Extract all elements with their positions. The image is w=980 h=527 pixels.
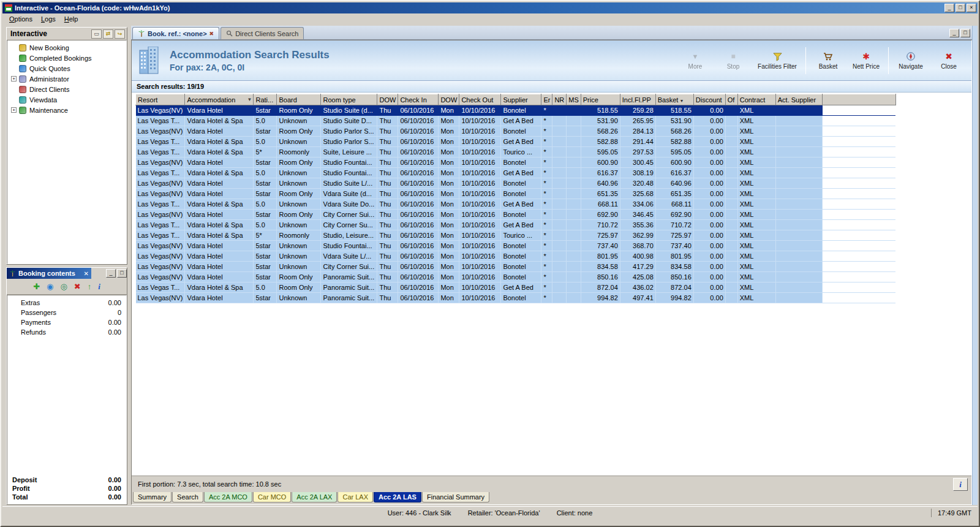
mdi-minimize-button[interactable]: _: [949, 29, 959, 37]
close-button[interactable]: ✖Close: [931, 49, 967, 72]
table-row[interactable]: Las Vegas T...Vdara Hotel & Spa5.0Room O…: [136, 282, 896, 293]
bottom-tab-search[interactable]: Search: [172, 492, 203, 502]
minimize-button[interactable]: _: [944, 4, 954, 12]
menu-logs[interactable]: Logs: [37, 14, 60, 24]
sidebar-item-quick-quotes[interactable]: Quick Quotes: [7, 63, 126, 74]
bottom-tab-car-mco[interactable]: Car MCO: [253, 492, 291, 502]
table-row[interactable]: Las Vegas T...Vdara Hotel & Spa5.0Unknow…: [136, 116, 896, 126]
add-icon[interactable]: ✚: [33, 282, 40, 290]
table-row[interactable]: Las Vegas(NV)Vdara Hotel5starRoom OnlySt…: [136, 126, 896, 137]
table-row[interactable]: Las Vegas T...Vdara Hotel & Spa5.0Unknow…: [136, 220, 896, 230]
cell-accommodation: Vdara Hotel: [185, 178, 254, 189]
column-header-er[interactable]: Er: [541, 94, 552, 105]
bottom-tab-acc-2a-las[interactable]: Acc 2A LAS: [374, 492, 421, 502]
column-header-price[interactable]: Price: [581, 94, 620, 105]
sidebar-item-direct-clients[interactable]: Direct Clients: [7, 84, 126, 94]
table-row[interactable]: Las Vegas(NV)Vdara Hotel5starRoom OnlySt…: [136, 157, 896, 168]
expand-icon[interactable]: +: [11, 107, 17, 113]
table-row[interactable]: Las Vegas(NV)Vdara Hotel5starUnknownStud…: [136, 241, 896, 251]
table-row[interactable]: Las Vegas(NV)Vdara Hotel5starUnknownStud…: [136, 178, 896, 189]
booking-panel-minimize-button[interactable]: _: [106, 269, 116, 278]
column-header-basket[interactable]: Basket▼: [655, 94, 693, 105]
sidebar-item-label: New Booking: [29, 44, 69, 51]
column-header-discount[interactable]: Discount: [693, 94, 725, 105]
bottom-tab-acc-2a-mco[interactable]: Acc 2A MCO: [204, 492, 252, 502]
cell-room-type: Panoramic Suit...: [321, 293, 377, 303]
basket-button[interactable]: Basket: [810, 49, 846, 72]
info-button[interactable]: i: [953, 478, 968, 491]
column-header-act-supplier[interactable]: Act. Supplier: [775, 94, 822, 105]
table-row[interactable]: Las Vegas(NV)Vdara Hotel5starUnknownPano…: [136, 293, 896, 303]
cell-act-supplier: [775, 210, 822, 220]
table-row[interactable]: Las Vegas T...Vdara Hotel & Spa5*Roomonl…: [136, 230, 896, 241]
panel-dock-button[interactable]: ⇄: [103, 29, 113, 39]
cell-dow: Thu: [377, 230, 398, 241]
delete-icon[interactable]: ✖: [74, 282, 81, 290]
tab-booking-ref[interactable]: Book. ref.: <none> ✖: [132, 27, 219, 39]
world-icon[interactable]: ◉: [47, 282, 53, 290]
export-icon[interactable]: ◎: [60, 282, 67, 290]
table-row[interactable]: Las Vegas T...Vdara Hotel & Spa5.0Unknow…: [136, 199, 896, 210]
column-header-contract[interactable]: Contract: [737, 94, 775, 105]
maximize-button[interactable]: □: [956, 4, 965, 12]
menu-options[interactable]: Options: [5, 14, 37, 24]
tab-close-icon[interactable]: ✖: [209, 31, 214, 37]
move-up-icon[interactable]: ↑: [88, 282, 92, 290]
panel-pin-button[interactable]: ↪: [115, 29, 125, 39]
facilities-filter-button[interactable]: Facilities Filter: [753, 49, 801, 72]
booking-summary-row: Payments0.00: [7, 317, 126, 327]
cell-basket: 651.35: [655, 189, 693, 199]
info-icon[interactable]: i: [98, 282, 100, 290]
table-row[interactable]: Las Vegas(NV)Vdara Hotel5starRoom OnlySt…: [136, 105, 896, 116]
column-header-room-type[interactable]: Room type: [321, 94, 377, 105]
sidebar-item-maintenance[interactable]: +Maintenance: [7, 105, 126, 115]
column-header-nr[interactable]: NR: [552, 94, 567, 105]
booking-contents-close-icon[interactable]: ✕: [84, 270, 89, 277]
table-row[interactable]: Las Vegas(NV)Vdara Hotel5starRoom OnlyCi…: [136, 210, 896, 220]
panel-layout-button[interactable]: ▭: [91, 29, 102, 39]
sidebar-item-completed-bookings[interactable]: Completed Bookings: [7, 53, 126, 63]
cell-discount: 0.00: [693, 199, 725, 210]
bottom-tab-car-lax[interactable]: Car LAX: [337, 492, 373, 502]
table-row[interactable]: Las Vegas(NV)Vdara Hotel5starUnknownCity…: [136, 262, 896, 272]
sidebar-item-administrator[interactable]: +Administrator: [7, 74, 126, 84]
sidebar-item-new-booking[interactable]: New Booking: [7, 42, 126, 53]
column-header-ms[interactable]: MS: [567, 94, 581, 105]
column-header-check-out[interactable]: Check Out: [459, 94, 501, 105]
column-header-rati[interactable]: Rati...: [254, 94, 277, 105]
table-row[interactable]: Las Vegas(NV)Vdara Hotel5starRoom OnlyVd…: [136, 189, 896, 199]
expand-icon[interactable]: +: [11, 76, 17, 82]
filter-funnel-icon[interactable]: ▼: [247, 97, 252, 102]
column-header-resort[interactable]: Resort: [136, 94, 185, 105]
cell-check-in: 06/10/2016: [398, 189, 439, 199]
tab-direct-clients-search[interactable]: Direct Clients Search: [221, 27, 304, 39]
column-header-dow[interactable]: DOW: [439, 94, 459, 105]
column-header-of[interactable]: Of: [725, 94, 737, 105]
table-row[interactable]: Las Vegas(NV)Vdara Hotel5starUnknownVdar…: [136, 251, 896, 262]
column-header-supplier[interactable]: Supplier: [501, 94, 541, 105]
column-header-check-in[interactable]: Check In: [398, 94, 439, 105]
table-row[interactable]: Las Vegas T...Vdara Hotel & Spa5.0Unknow…: [136, 168, 896, 178]
navigate-button[interactable]: Navigate: [893, 49, 929, 72]
mdi-maximize-button[interactable]: □: [960, 29, 970, 37]
bottom-tab-acc-2a-lax[interactable]: Acc 2A LAX: [292, 492, 337, 502]
cell-contract: XML: [737, 147, 775, 157]
cell-price: 668.11: [581, 199, 620, 210]
column-header-incl-fl-pp[interactable]: Incl.Fl.PP: [620, 94, 655, 105]
column-header-dow[interactable]: DOW: [377, 94, 398, 105]
bottom-tab-summary[interactable]: Summary: [133, 492, 172, 502]
sidebar-item-viewdata[interactable]: Viewdata: [7, 94, 126, 105]
vertical-scrollbar[interactable]: [972, 26, 978, 505]
table-row[interactable]: Las Vegas(NV)Vdara Hotel5starRoom OnlyPa…: [136, 272, 896, 282]
bottom-tab-financial-summary[interactable]: Financial Summary: [422, 492, 489, 502]
booking-panel-maximize-button[interactable]: □: [117, 269, 127, 278]
table-row[interactable]: Las Vegas T...Vdara Hotel & Spa5.0Unknow…: [136, 137, 896, 147]
nett-price-button[interactable]: ✱Nett Price: [848, 49, 884, 72]
cell-board: Unknown: [277, 251, 321, 262]
menu-help[interactable]: Help: [60, 14, 83, 24]
close-button[interactable]: ×: [967, 4, 976, 12]
column-header-board[interactable]: Board: [277, 94, 321, 105]
table-row[interactable]: Las Vegas T...Vdara Hotel & Spa5*Roomonl…: [136, 147, 896, 157]
column-header-accommodation[interactable]: Accommodation▼: [185, 94, 254, 105]
cell-incl-fl-pp: 497.41: [620, 293, 655, 303]
